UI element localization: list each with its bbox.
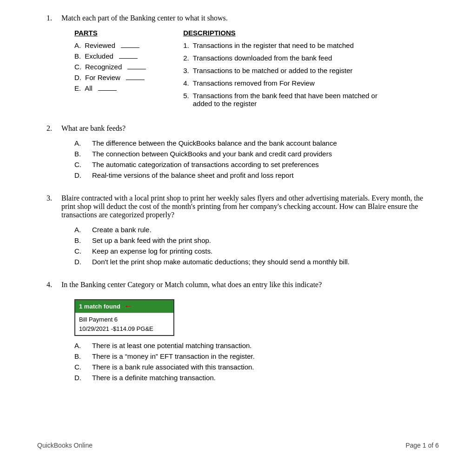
q3-opt-a-text: Create a bank rule. <box>92 226 152 234</box>
question-4: 4. In the Banking center Category or Mat… <box>46 281 439 382</box>
question-1-text: 1. Match each part of the Banking center… <box>46 14 439 22</box>
part-e-label: All <box>85 84 93 92</box>
q1-body: Match each part of the Banking center to… <box>61 14 228 22</box>
q2-opt-a-letter: A. <box>74 139 87 147</box>
q4-opt-b-text: There is a “money in” EFT transaction in… <box>92 352 255 360</box>
page-footer: QuickBooks Online Page 1 of 6 <box>0 442 476 449</box>
q2-option-c: C. The automatic categorization of trans… <box>74 161 439 168</box>
q2-opt-d-text: Real-time versions of the balance sheet … <box>92 171 294 179</box>
part-a-letter: A. <box>74 41 81 49</box>
q2-number: 2. <box>46 124 58 133</box>
part-d-blank <box>126 80 145 80</box>
parts-column: PARTS A. Reviewed B. Excluded C. Recogni… <box>74 29 146 109</box>
q3-opt-b-text: Set up a bank feed with the print shop. <box>92 236 211 244</box>
bill-line2: 10/29/2021 -$114.09 PG&E <box>79 324 170 334</box>
q3-opt-d-letter: D. <box>74 258 87 266</box>
part-a: A. Reviewed <box>74 41 146 49</box>
descriptions-header: DESCRIPTIONS <box>183 29 378 37</box>
match-image: 1 match found ← Bill Payment 6 10/29/202… <box>74 299 174 336</box>
match-badge: 1 match found ← <box>75 300 173 313</box>
part-e-letter: E. <box>74 84 81 92</box>
question-2-text: 2. What are bank feeds? <box>46 124 439 133</box>
q4-opt-c-text: There is a bank rule associated with thi… <box>92 363 254 371</box>
desc-1-num: 1. <box>183 41 189 49</box>
part-b: B. Excluded <box>74 52 146 60</box>
part-b-blank <box>119 58 138 59</box>
part-a-label: Reviewed <box>85 41 115 49</box>
bill-line1: Bill Payment 6 <box>79 315 170 324</box>
desc-4-num: 4. <box>183 79 189 87</box>
q2-opt-b-text: The connection between QuickBooks and yo… <box>92 150 332 158</box>
question-3: 3. Blaire contracted with a local print … <box>46 194 439 266</box>
part-d-letter: D. <box>74 74 81 81</box>
part-c-blank <box>127 69 146 69</box>
q4-option-b: B. There is a “money in” EFT transaction… <box>74 352 439 360</box>
desc-5-text: Transactions from the bank feed that hav… <box>193 92 378 107</box>
q2-option-b: B. The connection between QuickBooks and… <box>74 150 439 158</box>
part-d: D. For Review <box>74 74 146 81</box>
part-d-label: For Review <box>85 74 120 81</box>
q3-body: Blaire contracted with a local print sho… <box>61 194 439 219</box>
q3-options: A. Create a bank rule. B. Set up a bank … <box>74 226 439 266</box>
part-c-letter: C. <box>74 63 81 71</box>
q3-opt-c-text: Keep an expense log for printing costs. <box>92 247 212 255</box>
part-e-blank <box>98 90 117 91</box>
q4-body: In the Banking center Category or Match … <box>61 281 322 289</box>
descriptions-column: DESCRIPTIONS 1. Transactions in the regi… <box>183 29 378 109</box>
q4-opt-a-text: There is at least one potential matching… <box>92 342 252 349</box>
q4-opt-d-letter: D. <box>74 374 87 382</box>
desc-4-text: Transactions removed from For Review <box>193 79 315 87</box>
q3-opt-c-letter: C. <box>74 247 87 255</box>
q3-option-c: C. Keep an expense log for printing cost… <box>74 247 439 255</box>
q3-opt-b-letter: B. <box>74 236 87 244</box>
q4-opt-d-text: There is a definite matching transaction… <box>92 374 216 382</box>
q2-option-d: D. Real-time versions of the balance she… <box>74 171 439 179</box>
bill-info: Bill Payment 6 10/29/2021 -$114.09 PG&E <box>75 313 173 335</box>
q4-opt-a-letter: A. <box>74 342 87 349</box>
desc-3: 3. Transactions to be matched or added t… <box>183 67 378 74</box>
desc-4: 4. Transactions removed from For Review <box>183 79 378 87</box>
q4-number: 4. <box>46 281 58 289</box>
q2-opt-c-letter: C. <box>74 161 87 168</box>
desc-3-text: Transactions to be matched or added to t… <box>193 67 353 74</box>
footer-left: QuickBooks Online <box>37 442 93 449</box>
desc-2-text: Transactions downloaded from the bank fe… <box>193 54 332 62</box>
q4-options: A. There is at least one potential match… <box>74 342 439 382</box>
part-c-label: Recognized <box>85 63 122 71</box>
q2-body: What are bank feeds? <box>61 124 126 133</box>
desc-3-num: 3. <box>183 67 189 74</box>
part-e: E. All <box>74 84 146 92</box>
q2-opt-c-text: The automatic categorization of transact… <box>92 161 319 168</box>
desc-1: 1. Transactions in the register that nee… <box>183 41 378 49</box>
desc-2: 2. Transactions downloaded from the bank… <box>183 54 378 62</box>
q2-opt-b-letter: B. <box>74 150 87 158</box>
q4-option-d: D. There is a definite matching transact… <box>74 374 439 382</box>
q2-opt-d-letter: D. <box>74 171 87 179</box>
desc-5: 5. Transactions from the bank feed that … <box>183 92 378 107</box>
matching-table: PARTS A. Reviewed B. Excluded C. Recogni… <box>74 29 439 109</box>
arrow-icon: ← <box>124 302 132 311</box>
q3-option-d: D. Don't let the print shop make automat… <box>74 258 439 266</box>
q3-option-b: B. Set up a bank feed with the print sho… <box>74 236 439 244</box>
desc-1-text: Transactions in the register that need t… <box>193 41 354 49</box>
part-a-blank <box>121 47 139 48</box>
part-b-label: Excluded <box>85 52 113 60</box>
part-c: C. Recognized <box>74 63 146 71</box>
desc-5-num: 5. <box>183 92 189 100</box>
q3-option-a: A. Create a bank rule. <box>74 226 439 234</box>
page-content: 1. Match each part of the Banking center… <box>0 0 476 434</box>
q2-options: A. The difference between the QuickBooks… <box>74 139 439 179</box>
q3-opt-a-letter: A. <box>74 226 87 234</box>
question-2: 2. What are bank feeds? A. The differenc… <box>46 124 439 179</box>
match-badge-text: 1 match found <box>79 303 120 310</box>
question-1: 1. Match each part of the Banking center… <box>46 14 439 109</box>
q2-option-a: A. The difference between the QuickBooks… <box>74 139 439 147</box>
q3-opt-d-text: Don't let the print shop make automatic … <box>92 258 350 266</box>
footer-right: Page 1 of 6 <box>405 442 439 449</box>
q3-number: 3. <box>46 194 58 219</box>
q1-number: 1. <box>46 14 58 22</box>
desc-2-num: 2. <box>183 54 189 62</box>
question-3-text: 3. Blaire contracted with a local print … <box>46 194 439 219</box>
q4-opt-c-letter: C. <box>74 363 87 371</box>
part-b-letter: B. <box>74 52 81 60</box>
